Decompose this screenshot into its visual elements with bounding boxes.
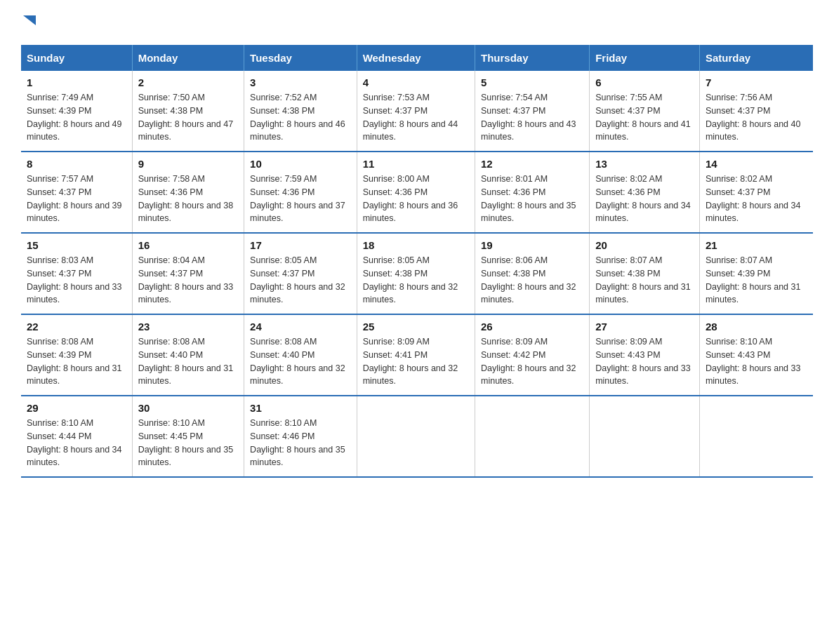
week-row-2: 8 Sunrise: 7:57 AM Sunset: 4:37 PM Dayli… (21, 152, 813, 233)
day-info: Sunrise: 8:10 AM Sunset: 4:46 PM Dayligh… (250, 417, 351, 469)
day-cell-13: 13 Sunrise: 8:02 AM Sunset: 4:36 PM Dayl… (590, 152, 700, 233)
day-info: Sunrise: 8:08 AM Sunset: 4:40 PM Dayligh… (138, 335, 238, 388)
day-number: 16 (138, 239, 238, 251)
day-number: 10 (250, 158, 351, 170)
day-cell-10: 10 Sunrise: 7:59 AM Sunset: 4:36 PM Dayl… (244, 152, 357, 233)
logo (21, 14, 36, 31)
day-cell-27: 27 Sunrise: 8:09 AM Sunset: 4:43 PM Dayl… (590, 314, 700, 396)
page-header (21, 14, 813, 31)
day-number: 13 (595, 158, 694, 170)
header-cell-thursday: Thursday (475, 45, 590, 71)
day-info: Sunrise: 7:56 AM Sunset: 4:37 PM Dayligh… (706, 91, 807, 144)
day-cell-29: 29 Sunrise: 8:10 AM Sunset: 4:44 PM Dayl… (21, 396, 132, 477)
day-info: Sunrise: 8:09 AM Sunset: 4:41 PM Dayligh… (363, 335, 469, 388)
header-cell-friday: Friday (590, 45, 700, 71)
week-row-1: 1 Sunrise: 7:49 AM Sunset: 4:39 PM Dayli… (21, 71, 813, 152)
day-info: Sunrise: 8:05 AM Sunset: 4:37 PM Dayligh… (250, 254, 351, 307)
day-cell-31: 31 Sunrise: 8:10 AM Sunset: 4:46 PM Dayl… (244, 396, 357, 477)
day-number: 11 (363, 158, 469, 170)
day-cell-4: 4 Sunrise: 7:53 AM Sunset: 4:37 PM Dayli… (357, 71, 475, 152)
day-info: Sunrise: 8:01 AM Sunset: 4:36 PM Dayligh… (481, 173, 583, 225)
empty-cell (699, 396, 813, 477)
day-info: Sunrise: 8:02 AM Sunset: 4:37 PM Dayligh… (706, 173, 807, 225)
day-cell-28: 28 Sunrise: 8:10 AM Sunset: 4:43 PM Dayl… (699, 314, 813, 396)
day-info: Sunrise: 8:08 AM Sunset: 4:39 PM Dayligh… (27, 335, 126, 388)
day-number: 20 (595, 239, 694, 251)
day-cell-22: 22 Sunrise: 8:08 AM Sunset: 4:39 PM Dayl… (21, 314, 132, 396)
day-number: 21 (706, 239, 807, 251)
day-info: Sunrise: 8:04 AM Sunset: 4:37 PM Dayligh… (138, 254, 238, 307)
header-cell-tuesday: Tuesday (244, 45, 357, 71)
day-number: 4 (363, 76, 469, 88)
day-cell-9: 9 Sunrise: 7:58 AM Sunset: 4:36 PM Dayli… (132, 152, 244, 233)
header-cell-wednesday: Wednesday (357, 45, 475, 71)
day-number: 18 (363, 239, 469, 251)
day-info: Sunrise: 8:00 AM Sunset: 4:36 PM Dayligh… (363, 173, 469, 225)
calendar-table: SundayMondayTuesdayWednesdayThursdayFrid… (21, 45, 813, 478)
empty-cell (475, 396, 590, 477)
day-number: 26 (481, 321, 583, 333)
day-cell-17: 17 Sunrise: 8:05 AM Sunset: 4:37 PM Dayl… (244, 233, 357, 314)
day-cell-26: 26 Sunrise: 8:09 AM Sunset: 4:42 PM Dayl… (475, 314, 590, 396)
header-cell-sunday: Sunday (21, 45, 132, 71)
day-number: 3 (250, 76, 351, 88)
day-info: Sunrise: 7:49 AM Sunset: 4:39 PM Dayligh… (27, 91, 126, 144)
day-number: 28 (706, 321, 807, 333)
day-number: 12 (481, 158, 583, 170)
day-info: Sunrise: 8:10 AM Sunset: 4:43 PM Dayligh… (706, 335, 807, 388)
day-number: 8 (27, 158, 126, 170)
day-info: Sunrise: 7:59 AM Sunset: 4:36 PM Dayligh… (250, 173, 351, 225)
day-info: Sunrise: 7:52 AM Sunset: 4:38 PM Dayligh… (250, 91, 351, 144)
day-info: Sunrise: 8:06 AM Sunset: 4:38 PM Dayligh… (481, 254, 583, 307)
day-cell-8: 8 Sunrise: 7:57 AM Sunset: 4:37 PM Dayli… (21, 152, 132, 233)
day-info: Sunrise: 8:02 AM Sunset: 4:36 PM Dayligh… (595, 173, 694, 225)
day-info: Sunrise: 8:09 AM Sunset: 4:42 PM Dayligh… (481, 335, 583, 388)
day-cell-18: 18 Sunrise: 8:05 AM Sunset: 4:38 PM Dayl… (357, 233, 475, 314)
day-cell-20: 20 Sunrise: 8:07 AM Sunset: 4:38 PM Dayl… (590, 233, 700, 314)
day-cell-25: 25 Sunrise: 8:09 AM Sunset: 4:41 PM Dayl… (357, 314, 475, 396)
day-info: Sunrise: 7:57 AM Sunset: 4:37 PM Dayligh… (27, 173, 126, 225)
week-row-5: 29 Sunrise: 8:10 AM Sunset: 4:44 PM Dayl… (21, 396, 813, 477)
day-number: 7 (706, 76, 807, 88)
day-number: 6 (595, 76, 694, 88)
week-row-3: 15 Sunrise: 8:03 AM Sunset: 4:37 PM Dayl… (21, 233, 813, 314)
day-info: Sunrise: 8:07 AM Sunset: 4:39 PM Dayligh… (706, 254, 807, 307)
day-cell-6: 6 Sunrise: 7:55 AM Sunset: 4:37 PM Dayli… (590, 71, 700, 152)
day-cell-30: 30 Sunrise: 8:10 AM Sunset: 4:45 PM Dayl… (132, 396, 244, 477)
day-cell-16: 16 Sunrise: 8:04 AM Sunset: 4:37 PM Dayl… (132, 233, 244, 314)
day-cell-1: 1 Sunrise: 7:49 AM Sunset: 4:39 PM Dayli… (21, 71, 132, 152)
day-cell-5: 5 Sunrise: 7:54 AM Sunset: 4:37 PM Dayli… (475, 71, 590, 152)
day-number: 2 (138, 76, 238, 88)
day-number: 19 (481, 239, 583, 251)
day-info: Sunrise: 7:54 AM Sunset: 4:37 PM Dayligh… (481, 91, 583, 144)
day-number: 1 (27, 76, 126, 88)
day-number: 15 (27, 239, 126, 251)
day-cell-11: 11 Sunrise: 8:00 AM Sunset: 4:36 PM Dayl… (357, 152, 475, 233)
day-number: 31 (250, 402, 351, 414)
day-info: Sunrise: 7:58 AM Sunset: 4:36 PM Dayligh… (138, 173, 238, 225)
day-info: Sunrise: 8:05 AM Sunset: 4:38 PM Dayligh… (363, 254, 469, 307)
day-number: 25 (363, 321, 469, 333)
day-cell-3: 3 Sunrise: 7:52 AM Sunset: 4:38 PM Dayli… (244, 71, 357, 152)
calendar-header: SundayMondayTuesdayWednesdayThursdayFrid… (21, 45, 813, 71)
day-info: Sunrise: 8:10 AM Sunset: 4:45 PM Dayligh… (138, 417, 238, 469)
svg-marker-0 (23, 15, 36, 25)
day-cell-24: 24 Sunrise: 8:08 AM Sunset: 4:40 PM Dayl… (244, 314, 357, 396)
day-info: Sunrise: 7:53 AM Sunset: 4:37 PM Dayligh… (363, 91, 469, 144)
empty-cell (357, 396, 475, 477)
empty-cell (590, 396, 700, 477)
day-number: 5 (481, 76, 583, 88)
day-cell-19: 19 Sunrise: 8:06 AM Sunset: 4:38 PM Dayl… (475, 233, 590, 314)
day-info: Sunrise: 8:03 AM Sunset: 4:37 PM Dayligh… (27, 254, 126, 307)
day-cell-12: 12 Sunrise: 8:01 AM Sunset: 4:36 PM Dayl… (475, 152, 590, 233)
day-info: Sunrise: 8:07 AM Sunset: 4:38 PM Dayligh… (595, 254, 694, 307)
day-number: 27 (595, 321, 694, 333)
day-number: 9 (138, 158, 238, 170)
day-cell-14: 14 Sunrise: 8:02 AM Sunset: 4:37 PM Dayl… (699, 152, 813, 233)
day-number: 23 (138, 321, 238, 333)
header-cell-saturday: Saturday (699, 45, 813, 71)
day-number: 30 (138, 402, 238, 414)
week-row-4: 22 Sunrise: 8:08 AM Sunset: 4:39 PM Dayl… (21, 314, 813, 396)
calendar-body: 1 Sunrise: 7:49 AM Sunset: 4:39 PM Dayli… (21, 71, 813, 477)
header-row: SundayMondayTuesdayWednesdayThursdayFrid… (21, 45, 813, 71)
